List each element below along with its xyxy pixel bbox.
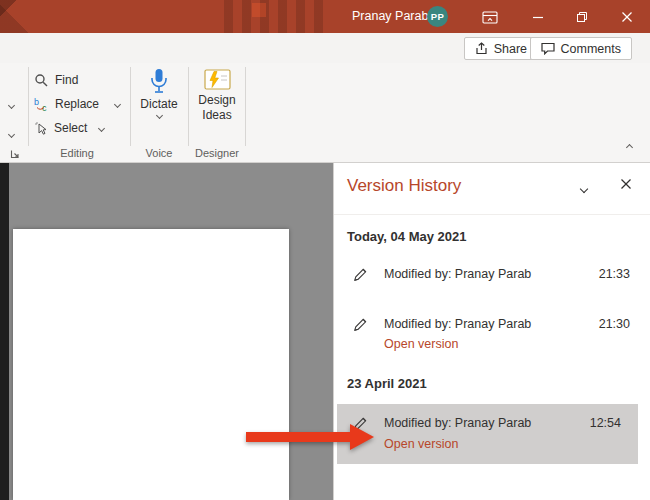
replace-button[interactable]: bc Replace	[34, 94, 120, 114]
date-group-header: Today, 04 May 2021	[347, 229, 466, 244]
designer-group-label: Designer	[192, 147, 242, 159]
group-divider	[245, 67, 246, 146]
version-entry[interactable]: Modified by: Pranay Parab 21:33	[353, 265, 630, 283]
restore-button[interactable]	[560, 0, 604, 33]
titlebar-art	[224, 0, 324, 33]
close-icon	[621, 11, 633, 23]
version-time: 12:54	[590, 416, 621, 430]
dictate-button[interactable]: Dictate	[136, 68, 182, 118]
group-divider	[188, 67, 189, 146]
find-button[interactable]: Find	[34, 70, 78, 90]
group-divider	[28, 67, 29, 146]
select-label: Select	[54, 118, 87, 138]
version-time: 21:33	[599, 267, 630, 281]
editing-group-label: Editing	[44, 147, 110, 159]
workspace: Version History Today, 04 May 2021 Modif…	[0, 163, 650, 500]
share-label: Share	[494, 42, 527, 56]
replace-icon: bc	[34, 97, 49, 112]
minimize-icon	[532, 11, 544, 23]
ribbon-display-options-icon	[482, 11, 498, 24]
chevron-down-icon	[155, 112, 162, 119]
dictate-label: Dictate	[140, 97, 177, 111]
modified-by-text: Modified by: Pranay Parab	[384, 317, 531, 331]
pane-title: Version History	[347, 176, 461, 196]
dialog-launcher-icon[interactable]	[10, 145, 20, 163]
titlebar-art	[0, 0, 70, 33]
modified-by-text: Modified by: Pranay Parab	[384, 267, 531, 281]
thumbnail-pane-edge	[0, 163, 9, 500]
powerpoint-window: Pranay Parab PP Share Comments	[0, 0, 650, 500]
version-history-pane: Version History Today, 04 May 2021 Modif…	[333, 163, 650, 500]
modified-by-text: Modified by: Pranay Parab	[384, 416, 531, 430]
collapse-ribbon-button[interactable]	[620, 140, 638, 154]
open-version-link[interactable]: Open version	[384, 437, 458, 451]
restore-icon	[576, 11, 588, 23]
design-ideas-label: Design Ideas	[192, 93, 242, 123]
svg-text:b: b	[34, 97, 39, 107]
select-cursor-icon	[34, 121, 48, 135]
replace-label: Replace	[55, 94, 99, 114]
share-icon	[475, 42, 488, 55]
select-button[interactable]: Select	[34, 118, 104, 138]
title-bar: Pranay Parab PP	[0, 0, 650, 33]
design-ideas-icon	[204, 68, 231, 91]
account-name[interactable]: Pranay Parab	[352, 0, 428, 33]
pane-header: Version History	[334, 163, 650, 215]
version-entry-selected[interactable]: Modified by: Pranay Parab 12:54 Open ver…	[337, 404, 638, 464]
chevron-up-icon	[625, 143, 632, 150]
avatar[interactable]: PP	[427, 6, 448, 27]
pencil-icon	[353, 267, 368, 282]
pane-options-button[interactable]	[575, 181, 593, 197]
ribbon-display-options-button[interactable]	[480, 9, 500, 25]
svg-text:c: c	[42, 103, 47, 112]
slide-canvas[interactable]	[13, 229, 289, 500]
version-entry[interactable]: Modified by: Pranay Parab 21:30	[353, 315, 630, 333]
ribbon: Find bc Replace Select Editing Dictate V…	[0, 63, 650, 163]
close-icon	[620, 178, 632, 190]
comment-icon	[541, 42, 555, 55]
open-version-link[interactable]: Open version	[384, 337, 458, 351]
pencil-icon	[353, 317, 368, 332]
version-entry-row: Modified by: Pranay Parab 12:54	[353, 414, 621, 432]
pane-close-button[interactable]	[615, 174, 637, 194]
comments-button[interactable]: Comments	[530, 37, 632, 60]
minimize-button[interactable]	[516, 0, 560, 33]
group-divider	[130, 67, 131, 146]
search-icon	[34, 73, 49, 88]
close-button[interactable]	[604, 0, 650, 33]
share-button[interactable]: Share	[464, 37, 538, 60]
date-group-header: 23 April 2021	[347, 376, 427, 391]
voice-group-label: Voice	[136, 147, 182, 159]
chevron-down-icon[interactable]	[9, 94, 14, 112]
chevron-down-icon	[580, 185, 588, 193]
pencil-icon	[353, 416, 368, 431]
titlebar-art	[252, 3, 266, 17]
find-label: Find	[55, 70, 78, 90]
chevron-down-icon	[114, 100, 121, 107]
chevron-down-icon	[98, 124, 105, 131]
slide-editing-area	[0, 163, 333, 500]
chevron-down-icon[interactable]	[9, 123, 14, 141]
version-time: 21:30	[599, 317, 630, 331]
comments-label: Comments	[561, 42, 621, 56]
ribbon-quick-actions: Share Comments	[0, 33, 650, 63]
microphone-icon	[149, 68, 169, 95]
design-ideas-button[interactable]: Design Ideas	[192, 68, 242, 123]
